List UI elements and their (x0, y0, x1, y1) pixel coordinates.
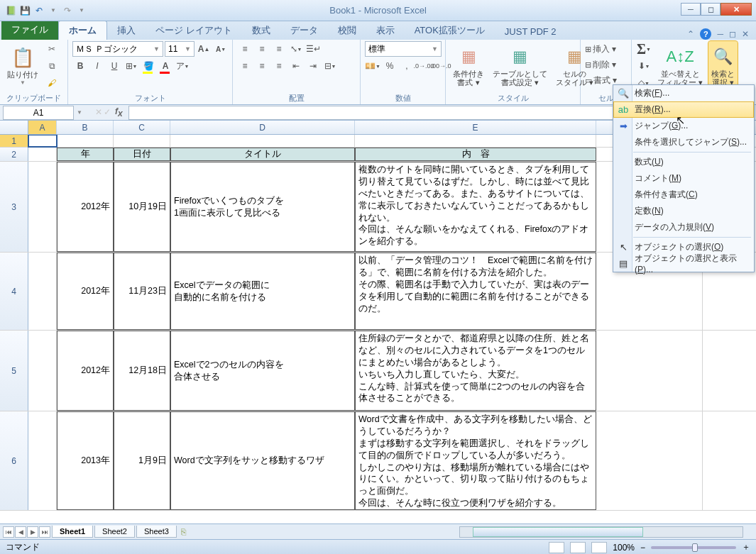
currency-icon[interactable]: 💴▼ (365, 58, 380, 74)
shrink-font-icon[interactable]: A▼ (213, 41, 229, 57)
menu-selection-pane[interactable]: ▤オブジェクトの選択と表示(P)... (613, 255, 754, 272)
page-break-view-icon[interactable] (591, 542, 607, 553)
phonetic-button[interactable]: ア▼ (175, 58, 190, 74)
menu-comments[interactable]: コメント(M) (613, 170, 754, 187)
orientation-icon[interactable]: ⤡▼ (288, 41, 304, 57)
zoom-out-icon[interactable]: − (640, 543, 645, 553)
tab-insert[interactable]: 挿入 (107, 21, 146, 40)
close-button[interactable]: ✕ (721, 3, 752, 16)
underline-button[interactable]: U (106, 58, 122, 74)
cell-C1[interactable] (114, 135, 170, 147)
menu-find[interactable]: 🔍検索(F)... (613, 85, 754, 101)
zoom-thumb[interactable] (692, 543, 698, 552)
tab-layout[interactable]: ページ レイアウト (146, 21, 242, 40)
cell-B6[interactable]: 2013年 (57, 411, 114, 510)
cell-B2[interactable]: 年 (57, 148, 114, 161)
copy-icon[interactable]: ⧉ (44, 58, 60, 74)
fill-icon[interactable]: ⬇▼ (636, 58, 652, 74)
conditional-format-button[interactable]: ▦ 条件付き 書式 ▾ (450, 41, 487, 91)
cell-E2[interactable]: 内 容 (355, 148, 596, 161)
tab-formula[interactable]: 数式 (242, 21, 280, 40)
sheet-nav-next-icon[interactable]: ▶ (27, 526, 38, 538)
menu-replace[interactable]: ab置換(R)... (613, 101, 754, 118)
name-box[interactable]: A1 (3, 106, 74, 120)
sheet-nav-first-icon[interactable]: ⏮ (3, 526, 14, 538)
menu-formulas[interactable]: 数式(U) (613, 154, 754, 170)
border-button[interactable]: ⊞▼ (124, 58, 139, 74)
cell-A6[interactable] (28, 411, 57, 510)
font-color-button[interactable]: A (158, 58, 173, 74)
col-header-C[interactable]: C (114, 121, 170, 134)
decrease-indent-icon[interactable]: ⇤ (288, 58, 304, 74)
row-header-6[interactable]: 6 (0, 411, 28, 510)
align-bottom-icon[interactable]: ≡ (271, 41, 287, 57)
cell-A3[interactable] (28, 162, 57, 252)
cell-D3[interactable]: Firefoxでいくつものタブを 1画面に表示して見比べる (170, 162, 355, 252)
minimize-ribbon-icon[interactable]: ⌃ (687, 29, 694, 39)
format-painter-icon[interactable]: 🖌 (44, 75, 60, 91)
bold-button[interactable]: B (72, 58, 88, 74)
row-header-1[interactable]: 1 (0, 135, 28, 147)
increase-decimal-icon[interactable]: .0→.00 (416, 58, 432, 74)
cell-C4[interactable]: 11月23日 (114, 253, 170, 330)
redo-icon[interactable]: ↷ (61, 4, 74, 17)
merge-center-icon[interactable]: ⊟▼ (322, 58, 338, 74)
select-all-corner[interactable] (0, 121, 28, 134)
align-middle-icon[interactable]: ≡ (254, 41, 270, 57)
tab-data[interactable]: データ (280, 21, 328, 40)
font-name-combo[interactable]: ＭＳ Ｐゴシック▼ (72, 41, 163, 57)
zoom-level[interactable]: 100% (613, 543, 635, 553)
doc-minimize-icon[interactable]: ─ (717, 29, 723, 39)
paste-button[interactable]: 📋 貼り付け ▼ (4, 41, 41, 91)
format-as-table-button[interactable]: ▦ テーブルとして 書式設定 ▾ (490, 41, 550, 91)
tab-atok[interactable]: ATOK拡張ツール (405, 21, 495, 40)
cell-D4[interactable]: Excelでデータの範囲に 自動的に名前を付ける (170, 253, 355, 330)
cell-E5[interactable]: 住所録のデータとかで、都道府県と以降の住所、姓と名など、別々のセルに入力されてい… (355, 331, 596, 411)
col-header-D[interactable]: D (170, 121, 355, 134)
grow-font-icon[interactable]: A▲ (196, 41, 212, 57)
cell-C3[interactable]: 10月19日 (114, 162, 170, 252)
fill-color-button[interactable]: 🪣 (141, 58, 156, 74)
cell-D5[interactable]: Excelで2つのセルの内容を 合体させる (170, 331, 355, 411)
cell-A5[interactable] (28, 331, 57, 411)
help-icon[interactable]: ? (700, 28, 711, 40)
qat-customize-icon[interactable]: ▼ (75, 4, 88, 17)
zoom-in-icon[interactable]: ＋ (742, 541, 750, 553)
cell-E3[interactable]: 複数のサイトを同時に開いているとき、タブを利用して切り替えて見ているはずだ。しか… (355, 162, 596, 252)
hscroll-thumb[interactable] (473, 527, 643, 537)
cell-F6[interactable] (596, 411, 703, 510)
align-top-icon[interactable]: ≡ (237, 41, 253, 57)
menu-constants[interactable]: 定数(N) (613, 203, 754, 219)
namebox-dropdown-icon[interactable]: ▼ (74, 109, 85, 116)
autosum-icon[interactable]: Σ▼ (636, 41, 652, 57)
italic-button[interactable]: I (89, 58, 105, 74)
col-header-E[interactable]: E (355, 121, 596, 134)
cell-B5[interactable]: 2012年 (57, 331, 114, 411)
cell-A2[interactable] (28, 148, 57, 161)
normal-view-icon[interactable] (549, 542, 564, 553)
col-header-B[interactable]: B (57, 121, 114, 134)
font-size-combo[interactable]: 11▼ (165, 41, 195, 57)
row-header-2[interactable]: 2 (0, 148, 28, 161)
row-header-4[interactable]: 4 (0, 253, 28, 330)
sheet-tab-2[interactable]: Sheet2 (94, 526, 135, 538)
cancel-formula-icon[interactable]: ✕ (95, 107, 102, 117)
cell-B1[interactable] (57, 135, 114, 147)
minimize-button[interactable]: ─ (681, 3, 701, 16)
number-format-combo[interactable]: 標準▼ (365, 41, 442, 57)
excel-icon[interactable]: 📗 (4, 4, 17, 17)
find-select-button[interactable]: 🔍 検索と 選択 ▾ (708, 41, 738, 91)
row-header-5[interactable]: 5 (0, 331, 28, 411)
cell-A4[interactable] (28, 253, 57, 330)
zoom-slider[interactable] (651, 546, 736, 549)
tab-review[interactable]: 校閲 (328, 21, 366, 40)
align-left-icon[interactable]: ≡ (237, 58, 253, 74)
comma-icon[interactable]: , (399, 58, 415, 74)
sheet-tab-3[interactable]: Sheet3 (136, 526, 177, 538)
tab-home[interactable]: ホーム (58, 21, 107, 40)
sort-filter-button[interactable]: A↕Z 並べ替えと フィルター ▾ (654, 41, 706, 91)
cell-B4[interactable]: 2012年 (57, 253, 114, 330)
new-sheet-icon[interactable]: ⎘ (181, 527, 186, 537)
cell-A1[interactable] (28, 135, 57, 147)
tab-pdf[interactable]: JUST PDF 2 (495, 23, 566, 40)
